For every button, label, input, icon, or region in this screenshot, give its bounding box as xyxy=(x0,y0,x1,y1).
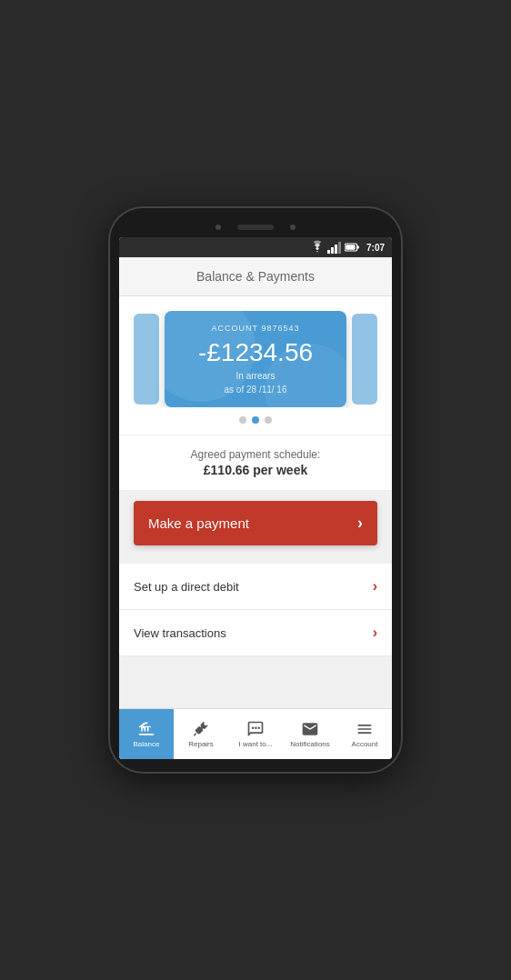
pagination-dot-2[interactable] xyxy=(252,416,259,424)
view-transactions-chevron: › xyxy=(373,625,377,641)
direct-debit-label: Set up a direct debit xyxy=(134,580,239,594)
view-transactions-item[interactable]: View transactions › xyxy=(119,610,392,656)
nav-balance[interactable]: Balance xyxy=(119,709,174,759)
svg-rect-0 xyxy=(327,250,330,254)
cards-container: ACCOUNT 9876543 -£1234.56 In arrears as … xyxy=(119,311,392,407)
app-header: Balance & Payments xyxy=(119,257,392,296)
account-card[interactable]: ACCOUNT 9876543 -£1234.56 In arrears as … xyxy=(165,311,346,407)
cards-carousel: ACCOUNT 9876543 -£1234.56 In arrears as … xyxy=(119,296,392,435)
svg-rect-3 xyxy=(338,242,341,254)
account-number: ACCOUNT 9876543 xyxy=(183,324,328,333)
svg-rect-8 xyxy=(252,727,255,730)
phone-top-bar xyxy=(119,221,392,237)
nav-balance-label: Balance xyxy=(134,740,160,748)
svg-rect-7 xyxy=(139,734,155,735)
signal-icon xyxy=(327,240,342,255)
status-time: 7:07 xyxy=(366,243,385,253)
nav-iwantto[interactable]: I want to... xyxy=(228,709,283,759)
direct-debit-chevron: › xyxy=(373,578,377,595)
phone-dot-right xyxy=(290,225,296,230)
nav-account[interactable]: Account xyxy=(337,709,392,759)
svg-rect-10 xyxy=(258,727,261,730)
account-icon xyxy=(356,720,374,738)
card-side-left xyxy=(134,314,159,405)
account-date: as of 28 /11/ 16 xyxy=(183,385,328,395)
svg-rect-13 xyxy=(358,732,372,734)
status-icons xyxy=(310,240,359,255)
phone-speaker xyxy=(237,225,274,230)
nav-iwantto-label: I want to... xyxy=(239,740,273,748)
card-side-right xyxy=(352,314,377,405)
notifications-icon xyxy=(301,720,319,738)
svg-rect-5 xyxy=(357,245,359,248)
phone-dot-left xyxy=(215,225,221,230)
view-transactions-label: View transactions xyxy=(134,626,226,640)
nav-repairs-label: Repairs xyxy=(188,740,214,748)
payment-schedule-section: Agreed payment schedule: £110.66 per wee… xyxy=(119,435,392,490)
svg-rect-11 xyxy=(358,725,372,726)
main-content: ACCOUNT 9876543 -£1234.56 In arrears as … xyxy=(119,296,392,708)
svg-rect-1 xyxy=(331,247,334,254)
repairs-icon xyxy=(192,720,210,738)
battery-icon xyxy=(345,240,359,255)
schedule-amount: £110.66 per week xyxy=(134,463,377,477)
balance-icon xyxy=(137,720,155,738)
nav-account-label: Account xyxy=(352,740,378,748)
pagination-dot-3[interactable] xyxy=(265,416,272,424)
account-balance: -£1234.56 xyxy=(183,338,328,367)
make-payment-button[interactable]: Make a payment › xyxy=(134,501,377,545)
wifi-icon xyxy=(310,240,325,255)
nav-notifications[interactable]: Notifications xyxy=(283,709,337,759)
phone-screen: 7:07 Balance & Payments ACCOUNT 9876543 … xyxy=(119,237,392,759)
schedule-label: Agreed payment schedule: xyxy=(134,448,377,461)
svg-rect-9 xyxy=(255,727,257,730)
direct-debit-item[interactable]: Set up a direct debit › xyxy=(119,564,392,610)
nav-repairs[interactable]: Repairs xyxy=(174,709,228,759)
pagination-dot-1[interactable] xyxy=(239,416,246,424)
account-status: In arrears xyxy=(183,371,328,381)
nav-notifications-label: Notifications xyxy=(290,740,330,748)
make-payment-label: Make a payment xyxy=(148,515,249,531)
iwantto-icon xyxy=(246,720,265,738)
phone-frame: 7:07 Balance & Payments ACCOUNT 9876543 … xyxy=(110,208,401,772)
status-bar: 7:07 xyxy=(119,237,392,257)
svg-rect-12 xyxy=(358,728,372,730)
svg-rect-6 xyxy=(346,245,355,250)
bottom-nav: Balance Repairs I want to... xyxy=(119,708,392,759)
app-header-title: Balance & Payments xyxy=(196,269,315,284)
svg-rect-2 xyxy=(335,245,337,254)
make-payment-chevron: › xyxy=(357,514,363,533)
list-section: Set up a direct debit › View transaction… xyxy=(119,564,392,656)
pagination-dots xyxy=(239,416,272,424)
